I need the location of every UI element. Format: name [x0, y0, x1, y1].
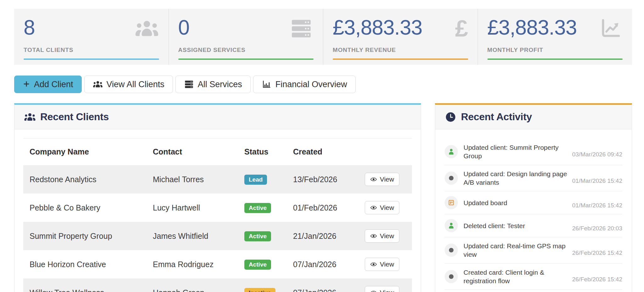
add-client-button[interactable]: Add Client	[14, 76, 82, 93]
client-contact: Emma Rodriguez	[153, 250, 244, 278]
eye-icon	[370, 177, 377, 182]
chart-bar-icon	[262, 80, 272, 89]
stat-monthly-revenue: £3,883.33 £ MONTHLY REVENUE	[323, 9, 478, 65]
view-label: View	[380, 289, 394, 292]
stat-label: MONTHLY PROFIT	[487, 47, 623, 53]
stat-total-clients: 8 TOTAL CLIENTS	[14, 9, 169, 65]
client-company: Willow Tree Wellness	[23, 278, 153, 292]
all-services-label: All Services	[198, 80, 242, 89]
view-client-button[interactable]: View	[365, 258, 399, 271]
activity-text: Updated card: Design landing page A/B va…	[464, 170, 572, 187]
financial-overview-label: Financial Overview	[275, 80, 347, 89]
activity-text: Updated client: Summit Property Group	[464, 143, 572, 160]
recent-activity-header: Recent Activity	[435, 105, 632, 129]
activity-item: Updated card: Real-time GPS map view 26/…	[445, 237, 622, 264]
activity-item: Moved card to: Review 26/Feb/2026 15:42	[445, 290, 622, 292]
stat-value: £3,883.33	[333, 17, 422, 38]
client-created: 01/Feb/2026	[293, 194, 355, 222]
client-row: Pebble & Co Bakery Lucy Hartwell Active …	[23, 194, 412, 222]
activity-avatar	[445, 244, 458, 257]
client-company: Redstone Analytics	[23, 165, 153, 194]
client-row: Redstone Analytics Michael Torres Lead 1…	[23, 165, 412, 194]
eye-icon	[370, 233, 377, 239]
activity-timestamp: 01/Mar/2026 15:42	[572, 177, 622, 184]
activity-item: Updated client: Summit Property Group 03…	[445, 139, 622, 165]
recent-clients-header: Recent Clients	[14, 105, 421, 129]
activity-text: Updated card: Real-time GPS map view	[464, 242, 572, 259]
view-client-button[interactable]: View	[365, 173, 399, 186]
pound-sterling-icon: £	[455, 18, 468, 39]
client-created: 07/Jan/2026	[293, 278, 355, 292]
stat-assigned-services: 0 ASSIGNED SERVICES	[169, 9, 323, 65]
board-icon	[448, 199, 455, 206]
view-label: View	[380, 232, 394, 240]
activity-timestamp: 01/Mar/2026 15:42	[572, 202, 622, 209]
all-services-button[interactable]: All Services	[175, 76, 251, 93]
activity-timestamp: 26/Feb/2026 15:42	[572, 276, 622, 283]
view-all-clients-button[interactable]: View All Clients	[84, 76, 173, 93]
financial-overview-button[interactable]: Financial Overview	[253, 76, 356, 93]
activity-item: Updated card: Design landing page A/B va…	[445, 165, 622, 192]
stat-value: £3,883.33	[487, 17, 577, 38]
client-created: 07/Jan/2026	[293, 250, 355, 278]
view-client-button[interactable]: View	[365, 201, 399, 214]
activity-avatar	[445, 145, 458, 158]
recent-activity-title: Recent Activity	[461, 111, 532, 123]
stats-strip: 8 TOTAL CLIENTS 0 ASSIGNED SERVICES £3,8…	[14, 9, 632, 65]
stat-accent-bar	[487, 59, 623, 60]
clients-table: Company Name Contact Status Created Reds…	[23, 138, 412, 292]
activity-text: Updated board	[464, 199, 572, 207]
activity-timestamp: 03/Mar/2026 09:42	[572, 151, 622, 158]
card-dot-icon	[448, 273, 455, 280]
activity-item: Updated board 01/Mar/2026 15:42	[445, 191, 622, 214]
client-created: 21/Jan/2026	[293, 222, 355, 250]
col-contact: Contact	[153, 138, 244, 166]
client-company: Blue Horizon Creative	[23, 250, 153, 278]
col-created: Created	[293, 138, 355, 166]
clients-table-header-row: Company Name Contact Status Created	[23, 138, 412, 166]
recent-clients-panel: Recent Clients Company Name Contact Stat…	[14, 103, 421, 292]
status-badge: Lead	[244, 175, 267, 185]
activity-text: Deleted client: Tester	[464, 222, 572, 230]
client-contact: James Whitfield	[153, 222, 244, 250]
eye-icon	[370, 205, 377, 211]
view-client-button[interactable]: View	[365, 286, 399, 292]
clock-icon	[445, 112, 457, 122]
add-client-label: Add Client	[34, 80, 73, 89]
toolbar: Add Client View All Clients All Services…	[14, 76, 356, 93]
stat-value: 8	[24, 17, 35, 38]
status-badge: Active	[244, 260, 271, 270]
status-badge: Active	[244, 231, 271, 241]
stat-accent-bar	[333, 59, 468, 60]
users-icon	[24, 112, 36, 122]
activity-avatar	[445, 219, 458, 232]
server-icon	[289, 18, 314, 39]
user-icon	[448, 148, 455, 155]
stat-value: 0	[178, 17, 190, 38]
users-icon	[135, 18, 159, 39]
recent-clients-title: Recent Clients	[40, 111, 109, 123]
client-created: 13/Feb/2026	[293, 165, 355, 194]
view-client-button[interactable]: View	[365, 229, 399, 243]
activity-item: Deleted client: Tester 26/Feb/2026 20:03	[445, 214, 622, 237]
recent-activity-panel: Recent Activity Updated client: Summit P…	[435, 103, 632, 292]
col-company-name: Company Name	[23, 138, 153, 166]
client-row: Summit Property Group James Whitfield Ac…	[23, 222, 412, 250]
stat-monthly-profit: £3,883.33 MONTHLY PROFIT	[478, 9, 632, 65]
plus-icon	[23, 81, 30, 88]
col-status: Status	[244, 138, 293, 166]
client-contact: Hannah Green	[153, 278, 244, 292]
client-company: Pebble & Co Bakery	[23, 194, 153, 222]
activity-item: Created card: Client login & registratio…	[445, 264, 622, 290]
stat-label: MONTHLY REVENUE	[333, 47, 468, 53]
activity-timestamp: 26/Feb/2026 15:42	[572, 250, 622, 256]
client-row: Blue Horizon Creative Emma Rodriguez Act…	[23, 250, 412, 278]
card-dot-icon	[448, 175, 455, 182]
activity-text: Created card: Client login & registratio…	[464, 268, 572, 285]
view-all-clients-label: View All Clients	[107, 80, 164, 89]
chart-line-icon	[598, 18, 623, 39]
view-label: View	[380, 176, 394, 183]
card-dot-icon	[448, 247, 455, 254]
client-row: Willow Tree Wellness Hannah Green Inacti…	[23, 278, 412, 292]
eye-icon	[370, 290, 377, 292]
